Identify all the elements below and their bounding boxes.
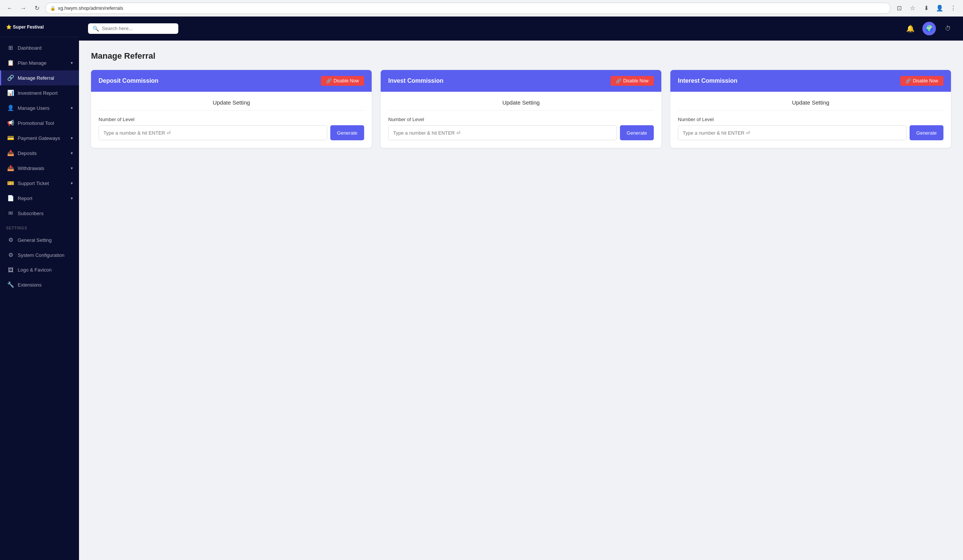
- card-deposit-commission: Deposit Commission 🔗 Disable Now Update …: [91, 70, 372, 148]
- sidebar-item-label: Extensions: [18, 282, 42, 288]
- sidebar-item-label: Promotional Tool: [18, 120, 54, 126]
- sidebar-item-system-configuration[interactable]: ⚙ System Configuration: [0, 248, 79, 262]
- disable-button-deposit-commission[interactable]: 🔗 Disable Now: [321, 76, 364, 86]
- sidebar-item-label: Logo & Favicon: [18, 267, 52, 273]
- menu-icon[interactable]: ⋮: [948, 3, 958, 13]
- general-setting-icon: ⚙: [7, 236, 14, 243]
- sidebar-item-manage-referral[interactable]: 🔗 Manage Referral: [0, 70, 79, 85]
- sidebar-item-withdrawals[interactable]: 📤 Withdrawals ▾: [0, 160, 79, 176]
- sidebar-item-label: Subscribers: [18, 210, 44, 216]
- sidebar-item-dashboard[interactable]: ⊞ Dashboard: [0, 40, 79, 55]
- sidebar-item-label: Dashboard: [18, 45, 42, 51]
- cast-icon[interactable]: ⊡: [894, 3, 904, 13]
- notification-icon[interactable]: 🔔: [904, 23, 916, 35]
- sidebar-item-manage-users[interactable]: 👤 Manage Users ▾: [0, 100, 79, 115]
- generate-button-deposit-commission[interactable]: Generate: [330, 125, 364, 140]
- field-label-deposit-commission: Number of Level: [99, 117, 364, 122]
- report-icon: 📄: [7, 195, 14, 202]
- settings-section-label: SETTINGS: [0, 221, 79, 232]
- sidebar-item-investment-report[interactable]: 📊 Investment Report: [0, 85, 79, 100]
- sidebar-item-payment-gateways[interactable]: 💳 Payment Gateways ▾: [0, 131, 79, 146]
- profile-icon[interactable]: 👤: [934, 3, 945, 13]
- generate-button-invest-commission[interactable]: Generate: [620, 125, 654, 140]
- card-interest-commission: Interest Commission 🔗 Disable Now Update…: [670, 70, 951, 148]
- content-area: Manage Referral Deposit Commission 🔗 Dis…: [79, 40, 963, 560]
- browser-actions: ⊡ ☆ ⬇ 👤 ⋮: [894, 3, 958, 13]
- sidebar-item-logo-favicon[interactable]: 🖼 Logo & Favicon: [0, 262, 79, 277]
- search-input[interactable]: [102, 26, 174, 31]
- update-setting-title-deposit-commission: Update Setting: [99, 99, 364, 110]
- sidebar-nav: ⊞ Dashboard 📋 Plan Manage ▾ 🔗 Manage Ref…: [0, 37, 79, 560]
- sidebar-item-report[interactable]: 📄 Report ▾: [0, 191, 79, 206]
- extensions-icon: 🔧: [7, 281, 14, 288]
- browser-chrome: ← → ↻ 🔒 xg.hwym.shop/admin/referrals ⊡ ☆…: [0, 0, 963, 16]
- sidebar-item-general-setting[interactable]: ⚙ General Setting: [0, 232, 79, 248]
- subscribers-icon: ✉: [7, 210, 14, 217]
- download-icon[interactable]: ⬇: [921, 3, 931, 13]
- forward-button[interactable]: →: [18, 3, 29, 13]
- card-header-interest-commission: Interest Commission 🔗 Disable Now: [670, 70, 951, 92]
- card-header-invest-commission: Invest Commission 🔗 Disable Now: [381, 70, 661, 92]
- page-title: Manage Referral: [91, 51, 951, 61]
- input-row-invest-commission: Generate: [388, 125, 654, 140]
- url-bar[interactable]: 🔒 xg.hwym.shop/admin/referrals: [45, 3, 891, 14]
- clock-icon[interactable]: ⏱: [942, 23, 954, 35]
- sidebar-item-label: Investment Report: [18, 90, 58, 96]
- system-configuration-icon: ⚙: [7, 252, 14, 258]
- bookmark-icon[interactable]: ☆: [907, 3, 918, 13]
- deposits-icon: 📥: [7, 150, 14, 157]
- card-header-deposit-commission: Deposit Commission 🔗 Disable Now: [91, 70, 372, 92]
- chevron-icon: ▾: [71, 106, 73, 110]
- card-title-invest-commission: Invest Commission: [388, 78, 444, 84]
- chevron-icon: ▾: [71, 196, 73, 201]
- payment-gateways-icon: 💳: [7, 134, 14, 141]
- withdrawals-icon: 📤: [7, 165, 14, 172]
- investment-report-icon: 📊: [7, 89, 14, 96]
- input-row-deposit-commission: Generate: [99, 125, 364, 140]
- sidebar-item-label: Manage Referral: [18, 75, 54, 81]
- field-label-invest-commission: Number of Level: [388, 117, 654, 122]
- sidebar-item-plan-manage[interactable]: 📋 Plan Manage ▾: [0, 55, 79, 70]
- manage-users-icon: 👤: [7, 105, 14, 111]
- topbar: 🔍 🔔 🌍 ⏱: [79, 16, 963, 40]
- search-box[interactable]: 🔍: [88, 23, 178, 34]
- sidebar-item-deposits[interactable]: 📥 Deposits ▾: [0, 146, 79, 160]
- level-input-interest-commission[interactable]: [678, 125, 906, 140]
- card-body-interest-commission: Update Setting Number of Level Generate: [670, 92, 951, 148]
- sidebar-item-label: System Configuration: [18, 252, 64, 258]
- sidebar-item-label: Deposits: [18, 151, 37, 156]
- chevron-icon: ▾: [71, 181, 73, 186]
- chevron-icon: ▾: [71, 61, 73, 65]
- field-label-interest-commission: Number of Level: [678, 117, 944, 122]
- sidebar-item-label: Report: [18, 196, 32, 201]
- logo-favicon-icon: 🖼: [7, 267, 14, 273]
- sidebar-item-subscribers[interactable]: ✉ Subscribers: [0, 206, 79, 221]
- avatar[interactable]: 🌍: [922, 22, 936, 36]
- sidebar-item-label: Manage Users: [18, 105, 50, 111]
- sidebar-item-support-ticket[interactable]: 🎫 Support Ticket ▾: [0, 176, 79, 191]
- promotional-tool-icon: 📢: [7, 120, 14, 126]
- link-icon: 🔗: [905, 78, 911, 84]
- input-row-interest-commission: Generate: [678, 125, 944, 140]
- disable-button-interest-commission[interactable]: 🔗 Disable Now: [900, 76, 944, 86]
- card-body-invest-commission: Update Setting Number of Level Generate: [381, 92, 661, 148]
- level-input-invest-commission[interactable]: [388, 125, 617, 140]
- back-button[interactable]: ←: [5, 3, 15, 13]
- chevron-icon: ▾: [71, 151, 73, 156]
- reload-button[interactable]: ↻: [32, 3, 42, 13]
- manage-referral-icon: 🔗: [7, 74, 14, 81]
- level-input-deposit-commission[interactable]: [99, 125, 327, 140]
- sidebar-item-promotional-tool[interactable]: 📢 Promotional Tool: [0, 115, 79, 131]
- generate-button-interest-commission[interactable]: Generate: [909, 125, 944, 140]
- sidebar-item-label: Payment Gateways: [18, 135, 60, 141]
- disable-button-invest-commission[interactable]: 🔗 Disable Now: [611, 76, 654, 86]
- chevron-icon: ▾: [71, 166, 73, 171]
- app-container: ⭐ Super Festival ⊞ Dashboard 📋 Plan Mana…: [0, 16, 963, 560]
- sidebar-item-label: General Setting: [18, 237, 52, 243]
- search-icon: 🔍: [92, 26, 99, 32]
- sidebar-item-extensions[interactable]: 🔧 Extensions: [0, 277, 79, 292]
- cards-grid: Deposit Commission 🔗 Disable Now Update …: [91, 70, 951, 148]
- update-setting-title-interest-commission: Update Setting: [678, 99, 944, 110]
- card-body-deposit-commission: Update Setting Number of Level Generate: [91, 92, 372, 148]
- logo: ⭐ Super Festival: [0, 16, 79, 37]
